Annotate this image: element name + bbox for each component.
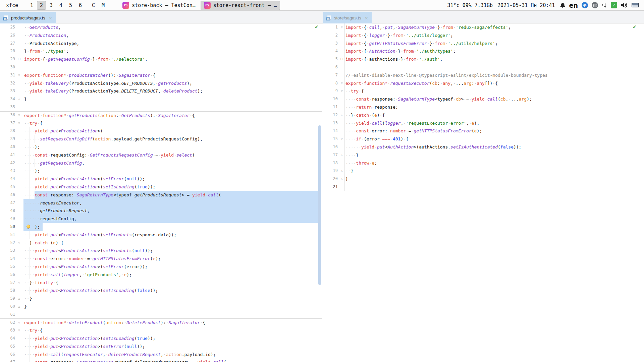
code-content[interactable]: ····); [22,223,322,231]
code-line[interactable]: 32··yield·takeEvery(ProductsActionType.G… [0,79,322,87]
gutter[interactable]: 1▿ [322,23,345,32]
gutter[interactable]: 54 [0,255,22,263]
code-line[interactable]: 1▿import·{·call,·put,·SagaReturnType·}·f… [322,23,644,32]
code-content[interactable]: ··}·catch·(e)·{ [22,239,322,247]
fold-marker-icon[interactable]: ▿ [16,71,22,79]
gutter[interactable]: 32 [0,79,22,87]
code-content[interactable]: export·function*·requestExecutor(cb:·any… [345,79,644,87]
window-buttons[interactable]: PSstore-back – TestCon…PSstore-react-fro… [119,1,280,10]
keyboard-layout-indicator[interactable]: en [569,2,578,9]
code-line[interactable]: 7//·eslint-disable-next-line·@typescript… [322,71,644,79]
code-content[interactable]: import·{·authActions·}·from·'./auth'; [345,55,644,63]
fold-marker-icon[interactable]: ▵ [339,151,344,159]
code-line[interactable]: 47······requestExecutor, [0,199,322,207]
code-line[interactable]: 25··GetProducts, [0,23,322,32]
code-line[interactable]: 18····throw·e; [322,159,644,167]
code-line[interactable]: 57▿··}·finally·{ [0,279,322,287]
gutter[interactable]: 63▿ [0,326,22,335]
code-line[interactable]: 48······getProductsRequest, [0,207,322,215]
gutter[interactable]: 30 [0,63,22,71]
code-line[interactable]: 31▿export·function*·productsWatcher():·S… [0,71,322,79]
code-line[interactable]: 33··yield·takeEvery(ProductsActionType.D… [0,87,322,95]
code-content[interactable]: ··}·catch·(e)·{ [345,111,644,119]
scrollbar-thumb[interactable] [318,125,321,285]
fold-marker-icon[interactable]: ⊟ [339,55,344,63]
code-content[interactable]: } [22,95,322,103]
fold-marker-icon[interactable]: ▿ [16,239,22,247]
code-line[interactable]: 30 [0,63,322,71]
code-content[interactable]: ····yield·put<ProductsAction>(setError(n… [22,343,322,351]
code-line[interactable]: 62▿export·function*·deleteProduct(action… [0,318,322,326]
code-line[interactable]: 46····const·response:·SagaReturnType<typ… [0,191,322,199]
code-content[interactable]: } [22,303,322,311]
code-content[interactable]: export·function*·productsWatcher():·Saga… [22,71,322,79]
intention-bulb-icon[interactable] [26,225,31,229]
code-line[interactable]: 20▵} [322,175,644,183]
code-line[interactable]: 56····yield·call(logger,·'getProducts',·… [0,271,322,279]
code-content[interactable] [345,183,644,191]
code-line[interactable]: 66····yield·call(requestExecutor,·delete… [0,351,322,359]
fold-marker-icon[interactable]: ⊟ [16,55,22,63]
code-content[interactable]: //·eslint-disable-next-line·@typescript-… [345,71,644,79]
code-line[interactable]: 61 [0,311,322,319]
gutter[interactable]: 9▿ [322,87,345,95]
code-content[interactable]: ····yield·put<ProductsAction>(setError(e… [22,263,322,271]
code-content[interactable]: ····yield·put<ProductsAction>(setError(n… [22,175,322,183]
gutter[interactable]: 36▿ [0,112,22,119]
code-content[interactable]: ··GetProducts, [22,23,322,32]
workspace-button-6[interactable]: 6 [76,1,85,10]
gutter[interactable]: 26 [0,32,22,40]
code-content[interactable]: ····return·response; [345,103,644,111]
code-content[interactable]: ··ProductsAction, [22,32,322,40]
code-content[interactable]: import·{·getRequestConfig·}·from·'./sele… [22,55,322,63]
gutter[interactable]: 21 [322,183,345,191]
code-content[interactable]: ····yield·put<ProductsAction>(setIsLoadi… [22,183,322,191]
gutter[interactable]: 10 [322,95,345,103]
workspace-button-C[interactable]: C [89,1,98,10]
code-line[interactable]: 11····return·response; [322,103,644,111]
fold-marker-icon[interactable]: ▵ [16,295,22,303]
fold-marker-icon[interactable]: ▿ [339,79,344,87]
code-content[interactable]: ··} [345,167,644,175]
gutter[interactable]: 13 [322,119,345,127]
code-line[interactable]: 15▿····if·(error·===·401)·{ [322,135,644,143]
code-content[interactable]: ····} [345,151,644,159]
fold-marker-icon[interactable]: ▵ [339,111,344,119]
code-line[interactable]: 45····yield·put<ProductsAction>(setIsLoa… [0,183,322,191]
tab-store-sagas[interactable]: TS store/sagas.ts × [323,12,372,23]
gutter[interactable]: 6 [322,63,345,71]
gutter[interactable]: 56 [0,271,22,279]
code-line[interactable]: 63▿··try·{ [0,326,322,335]
code-content[interactable]: ····const·response:·SagaReturnType<typeo… [22,358,322,362]
code-content[interactable]: ····const·requestConfig:·GetProductsRequ… [22,151,322,159]
workspace-button-4[interactable]: 4 [56,1,65,10]
code-content[interactable]: ······requestConfig, [22,215,322,223]
fold-marker-icon[interactable]: ▿ [339,135,344,143]
fold-marker-icon[interactable]: ▿ [16,326,22,335]
volume-icon[interactable] [621,2,628,8]
code-content[interactable]: ······getProductsRequest, [22,207,322,215]
code-line[interactable]: 9▿··try·{ [322,87,644,95]
gutter[interactable]: 14 [322,127,345,135]
code-content[interactable]: ··ProductsActionType, [22,40,322,48]
code-line[interactable]: 26··ProductsAction, [0,32,322,40]
code-content[interactable]: ······getRequestConfig, [22,159,322,167]
code-line[interactable]: 65····yield·put<ProductsAction>(setError… [0,343,322,351]
code-content[interactable]: export·function*·deleteProduct(action:·D… [22,319,322,326]
gutter[interactable]: 34▵ [0,95,22,103]
gutter[interactable]: 41 [0,151,22,159]
workspace-button-2[interactable]: 2 [37,1,46,10]
code-line[interactable]: 8▿export·function*·requestExecutor(cb:·a… [322,79,644,87]
gutter[interactable]: 35 [0,103,22,111]
gutter[interactable]: 37▿ [0,119,22,127]
gutter[interactable]: 55 [0,263,22,271]
fold-marker-icon[interactable]: ▿ [16,111,22,119]
gutter[interactable]: 45 [0,183,22,191]
code-content[interactable]: ····yield·put<ProductsAction>(setIsLoadi… [22,335,322,343]
code-line[interactable]: 41····const·requestConfig:·GetProductsRe… [0,151,322,159]
code-line[interactable]: 54····const·error:·number·=·getHTTPStatu… [0,255,322,263]
gutter[interactable]: 39 [0,135,22,143]
code-content[interactable]: import·{·call,·put,·SagaReturnType·}·fro… [345,23,644,32]
code-content[interactable] [22,311,322,319]
code-content[interactable]: ··}·finally·{ [22,279,322,287]
